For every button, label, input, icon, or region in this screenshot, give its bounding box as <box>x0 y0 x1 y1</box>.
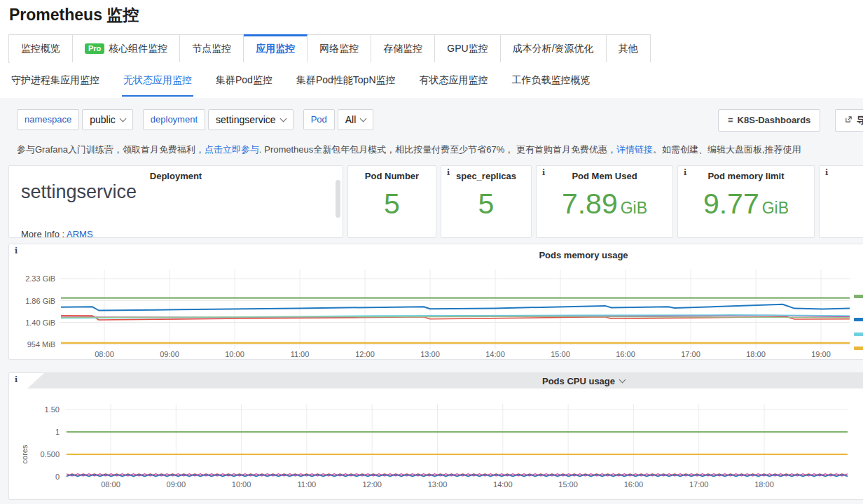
stat-number: 7.89 <box>562 188 618 220</box>
panel-info-icon[interactable]: i <box>447 168 450 177</box>
primary-tab-8[interactable]: 其他 <box>607 34 651 63</box>
stat-value: 7.89GiB <box>537 187 672 225</box>
svg-text:14:00: 14:00 <box>485 350 505 358</box>
legend-swatch[interactable] <box>854 346 863 350</box>
svg-text:1.40 GiB: 1.40 GiB <box>25 318 55 327</box>
promo-banner: 参与Grafana入门训练营，领取首月免费福利，点击立即参与. Promethe… <box>17 144 863 156</box>
stat-panel-title: Pod Number <box>348 171 436 181</box>
stat-panel-title: Pod Mem Used <box>537 171 672 181</box>
stat-unit: GiB <box>762 199 789 217</box>
chevron-down-icon <box>360 115 367 122</box>
svg-text:cores: cores <box>20 444 29 463</box>
svg-text:15:00: 15:00 <box>551 350 570 358</box>
filter-group-deployment: deploymentsettingservice <box>143 109 294 130</box>
banner-link[interactable]: 详情链接 <box>616 144 653 155</box>
banner-link[interactable]: 点击立即参与 <box>205 144 259 155</box>
svg-text:13:00: 13:00 <box>420 350 440 358</box>
chevron-down-icon <box>619 377 626 384</box>
panel-info-icon[interactable]: i <box>15 246 18 255</box>
filter-value-label: settingservice <box>216 114 276 125</box>
primary-tab-2[interactable]: 节点监控 <box>180 34 244 63</box>
svg-text:15:00: 15:00 <box>558 480 578 489</box>
panel-info-icon[interactable]: i <box>15 375 18 384</box>
stat-panel-pod-memory-limit: iPod memory limit9.77GiB <box>677 165 815 238</box>
secondary-tab-5[interactable]: 工作负载监控概览 <box>511 64 592 97</box>
stat-number: 9.77 <box>703 188 759 220</box>
svg-text:11:00: 11:00 <box>298 480 317 489</box>
primary-tab-label: 存储监控 <box>383 43 422 54</box>
memory-chart-title: Pods memory usage <box>9 250 863 260</box>
primary-tab-label: GPU监控 <box>447 43 488 54</box>
svg-text:11:00: 11:00 <box>291 350 310 358</box>
cpu-chart-title[interactable]: Pods CPU usage <box>9 376 863 386</box>
deployment-name-value: settingservice <box>21 181 137 203</box>
legend-swatch[interactable] <box>854 295 863 298</box>
svg-text:18:00: 18:00 <box>746 350 766 358</box>
stat-panel-spec-replicas: ispec_replicas5 <box>441 165 532 238</box>
stat-number: 5 <box>478 188 495 220</box>
filter-value-label: public <box>90 114 116 125</box>
stat-unit: GiB <box>621 199 647 217</box>
stat-panel-pod-mem-used: iPod Mem Used7.89GiB <box>536 165 673 238</box>
filter-value-dropdown[interactable]: public <box>82 109 133 130</box>
memory-usage-panel: i Pods memory usage 08:0009:0010:0011:00… <box>8 244 863 360</box>
svg-text:2.33 GiB: 2.33 GiB <box>25 274 55 283</box>
import-button[interactable]: 导入G <box>835 109 863 132</box>
banner-text: 。如需创建、编辑大盘面板,推荐使用 <box>653 144 801 155</box>
k8s-dashboards-button[interactable]: ≡K8S-Dashboards <box>718 109 820 132</box>
secondary-tab-3[interactable]: 集群Pod性能TopN监控 <box>295 64 397 97</box>
filter-value-dropdown[interactable]: settingservice <box>208 109 294 130</box>
arms-link[interactable]: ARMS <box>67 229 93 238</box>
panel-scrollbar[interactable] <box>336 180 340 218</box>
panel-info-icon[interactable]: i <box>825 168 828 177</box>
svg-text:18:00: 18:00 <box>754 480 774 489</box>
legend-swatch[interactable] <box>854 332 863 336</box>
primary-tab-label: 其他 <box>619 43 638 54</box>
stat-panel-row: DeploymentsettingserviceMore Info : ARMS… <box>8 165 863 238</box>
filter-value-dropdown[interactable]: All <box>338 109 374 130</box>
legend-swatch[interactable] <box>854 318 863 321</box>
primary-tab-1[interactable]: Pro核心组件监控 <box>73 34 180 63</box>
chevron-down-icon <box>119 115 126 122</box>
svg-text:954 MiB: 954 MiB <box>27 340 55 349</box>
secondary-tab-2[interactable]: 集群Pod监控 <box>214 64 274 97</box>
svg-text:08:00: 08:00 <box>95 350 114 358</box>
primary-tab-label: 监控概览 <box>21 43 60 54</box>
svg-text:0: 0 <box>55 472 60 481</box>
panel-info-icon[interactable]: i <box>542 168 545 177</box>
cpu-usage-chart[interactable]: 08:0009:0010:0011:0012:0013:0014:0015:00… <box>9 373 863 499</box>
primary-tab-4[interactable]: 网络监控 <box>308 34 371 63</box>
svg-text:1.86 GiB: 1.86 GiB <box>25 297 55 305</box>
secondary-tab-4[interactable]: 有状态应用监控 <box>418 64 490 97</box>
primary-tab-label: 应用监控 <box>256 43 295 54</box>
banner-text: . Prometheus全新包年包月模式，相比按量付费至少节省67%， 更有首购… <box>259 144 616 155</box>
more-info-label: More Info : <box>21 229 67 238</box>
secondary-tab-1[interactable]: 无状态应用监控 <box>122 64 193 97</box>
stat-panel-title: spec_replicas <box>441 171 531 181</box>
svg-text:19:00: 19:00 <box>811 350 831 358</box>
filter-bar: namespacepublicdeploymentsettingserviceP… <box>17 109 373 130</box>
svg-text:1.50: 1.50 <box>45 405 60 414</box>
secondary-tab-0[interactable]: 守护进程集应用监控 <box>10 64 101 97</box>
svg-text:14:00: 14:00 <box>493 480 513 489</box>
stat-number: 5 <box>384 188 400 220</box>
menu-icon: ≡ <box>728 115 733 125</box>
svg-text:0.500: 0.500 <box>40 450 60 458</box>
primary-tab-7[interactable]: 成本分析/资源优化 <box>501 34 607 63</box>
memory-usage-chart[interactable]: 08:0009:0010:0011:0012:0013:0014:0015:00… <box>9 244 863 359</box>
banner-text: 参与Grafana入门训练营，领取首月免费福利， <box>17 144 205 155</box>
primary-tab-5[interactable]: 存储监控 <box>371 34 435 63</box>
primary-tab-label: 节点监控 <box>192 43 231 54</box>
filter-group-Pod: PodAll <box>303 109 374 130</box>
primary-tab-6[interactable]: GPU监控 <box>435 34 500 63</box>
svg-text:09:00: 09:00 <box>167 480 186 489</box>
primary-tab-3[interactable]: 应用监控 <box>244 34 308 63</box>
stat-panel-title: Pod memory limit <box>678 171 814 181</box>
external-link-icon <box>845 115 852 125</box>
primary-tab-0[interactable]: 监控概览 <box>8 34 73 63</box>
svg-text:13:00: 13:00 <box>428 480 448 489</box>
stat-value: 9.77GiB <box>678 187 814 225</box>
svg-text:16:00: 16:00 <box>616 350 635 358</box>
primary-tab-bar: 监控概览Pro核心组件监控节点监控应用监控网络监控存储监控GPU监控成本分析/资… <box>8 34 863 63</box>
panel-info-icon[interactable]: i <box>684 168 686 177</box>
